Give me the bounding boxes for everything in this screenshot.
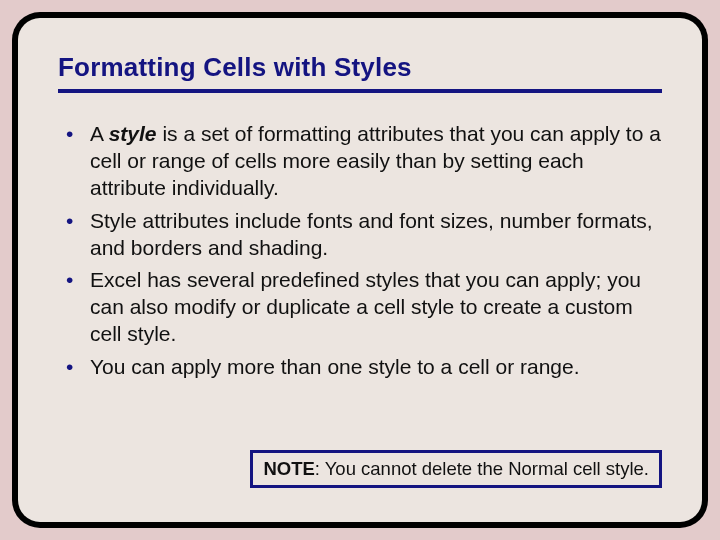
bullet-list: A style is a set of formatting attribute… (58, 121, 662, 492)
slide-title: Formatting Cells with Styles (58, 52, 662, 93)
bullet-text: You can apply more than one style to a c… (90, 355, 580, 378)
bullet-item: Style attributes include fonts and font … (58, 208, 662, 262)
bullet-text-bold: style (109, 122, 157, 145)
slide-frame: Formatting Cells with Styles A style is … (12, 12, 708, 528)
bullet-text: Style attributes include fonts and font … (90, 209, 653, 259)
bullet-item: Excel has several predefined styles that… (58, 267, 662, 348)
bullet-item: A style is a set of formatting attribute… (58, 121, 662, 202)
note-label: NOTE (263, 458, 314, 479)
slide: Formatting Cells with Styles A style is … (18, 18, 702, 522)
note-callout: NOTE: You cannot delete the Normal cell … (250, 450, 662, 488)
bullet-text: Excel has several predefined styles that… (90, 268, 641, 345)
bullet-text-prefix: A (90, 122, 109, 145)
bullet-item: You can apply more than one style to a c… (58, 354, 662, 381)
bullet-text-suffix: is a set of formatting attributes that y… (90, 122, 661, 199)
note-text: : You cannot delete the Normal cell styl… (315, 458, 649, 479)
